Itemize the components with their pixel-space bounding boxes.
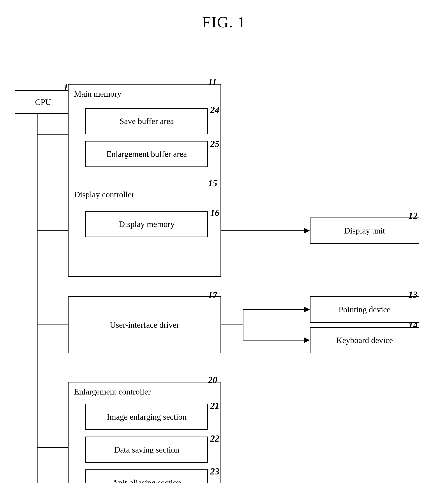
display-unit-box: Display unit xyxy=(310,217,419,244)
display-controller-label: Display controller xyxy=(74,190,134,199)
image-enlarging-label: Image enlarging section xyxy=(107,412,187,422)
save-buffer-label: Save buffer area xyxy=(120,116,174,126)
cpu-box: CPU xyxy=(15,90,72,114)
keyboard-device-label: Keyboard device xyxy=(336,335,393,345)
keyboard-device-box: Keyboard device xyxy=(310,327,419,353)
cpu-label: CPU xyxy=(35,97,51,107)
pointing-device-box: Pointing device xyxy=(310,296,419,323)
display-controller-ref: 15 xyxy=(208,178,217,189)
pointing-device-ref: 13 xyxy=(408,289,417,300)
image-enlarging-box: Image enlarging section xyxy=(85,404,208,430)
display-memory-box: Display memory xyxy=(85,211,208,237)
anti-aliasing-box: Anit-aliasing section xyxy=(85,469,208,483)
enlargement-controller-label: Enlargement controller xyxy=(74,387,151,396)
pointing-device-label: Pointing device xyxy=(338,305,390,314)
page-title: FIG. 1 xyxy=(0,0,448,40)
display-unit-label: Display unit xyxy=(344,226,385,235)
svg-marker-6 xyxy=(304,228,310,233)
enlargement-controller-box: Enlargement controller xyxy=(68,382,221,483)
diagram: CPU 10 Main memory 11 Save buffer area 2… xyxy=(0,40,448,483)
enlargement-controller-ref: 20 xyxy=(208,375,217,385)
enlargement-buffer-label: Enlargement buffer area xyxy=(106,149,187,159)
save-buffer-ref: 24 xyxy=(210,105,219,115)
ui-driver-label: User-interface driver xyxy=(110,320,179,330)
main-memory-ref: 11 xyxy=(208,77,217,87)
display-memory-ref: 16 xyxy=(210,208,219,218)
enlargement-buffer-box: Enlargement buffer area xyxy=(85,141,208,167)
enlargement-buffer-ref: 25 xyxy=(210,139,219,149)
anti-aliasing-ref: 23 xyxy=(210,466,219,477)
main-memory-box: Main memory xyxy=(68,84,221,189)
svg-marker-10 xyxy=(304,307,310,312)
main-memory-label: Main memory xyxy=(74,89,121,99)
ui-driver-box: User-interface driver xyxy=(68,296,221,353)
anti-aliasing-label: Anit-aliasing section xyxy=(112,478,181,483)
display-memory-label: Display memory xyxy=(119,219,175,229)
svg-marker-12 xyxy=(304,338,310,343)
image-enlarging-ref: 21 xyxy=(210,400,219,411)
data-saving-label: Data saving section xyxy=(114,445,179,455)
ui-driver-ref: 17 xyxy=(208,290,217,300)
keyboard-device-ref: 14 xyxy=(408,320,417,330)
save-buffer-box: Save buffer area xyxy=(85,108,208,134)
display-unit-ref: 12 xyxy=(408,210,417,221)
data-saving-box: Data saving section xyxy=(85,436,208,463)
data-saving-ref: 22 xyxy=(210,433,219,444)
